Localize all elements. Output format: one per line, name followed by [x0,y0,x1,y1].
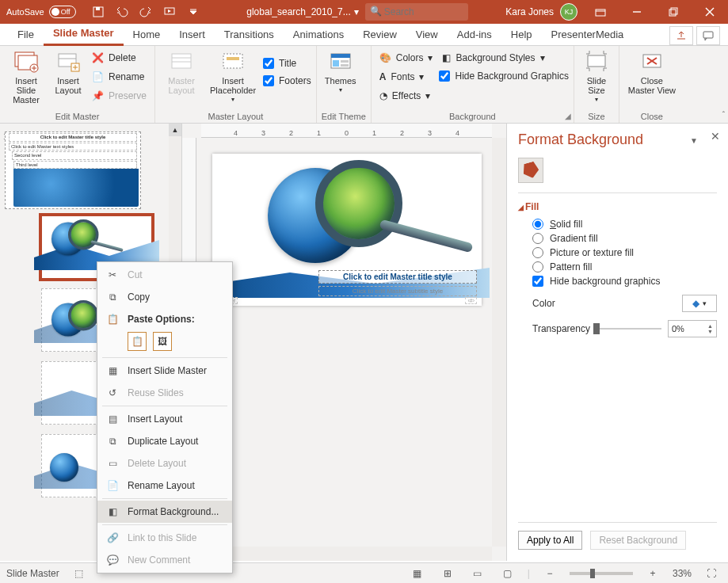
menu-copy[interactable]: ⧉Copy [97,286,232,308]
accessibility-icon[interactable]: ⬚ [69,566,90,581]
undo-icon[interactable] [111,2,133,22]
comments-button[interactable] [696,26,720,45]
ribbon-display-button[interactable] [582,0,619,24]
save-icon[interactable] [87,2,109,22]
menu-duplicate-layout[interactable]: ⧉Duplicate Layout [97,430,232,452]
window-restore-button[interactable] [655,0,692,24]
title-checkbox[interactable]: Title [263,55,311,71]
effects-dropdown[interactable]: ◔Effects▾ [376,87,436,105]
slide-sorter-view-icon[interactable]: ⊞ [437,566,458,581]
master-thumbnail[interactable]: Click to edit Master title style Click t… [5,131,141,209]
bg-styles-icon: ◧ [442,52,451,63]
tab-animations[interactable]: Animations [284,25,353,45]
preserve-button[interactable]: 📌Preserve [89,87,150,105]
menu-delete-layout[interactable]: ▭Delete Layout [97,452,232,474]
group-label: Edit Master [5,110,150,123]
insert-layout-button[interactable]: Insert Layout [51,48,86,97]
close-master-view-button[interactable]: Close Master View [624,48,680,97]
slideshow-icon[interactable] [158,2,181,22]
reading-view-icon[interactable]: ▭ [467,566,488,581]
slide-number-placeholder[interactable]: ‹#› [465,297,477,304]
color-picker-button[interactable]: ◆▾ [682,295,717,312]
zoom-in-icon[interactable]: + [642,566,663,581]
autosave-label: AutoSave [6,7,44,17]
zoom-out-icon[interactable]: − [539,566,560,581]
fit-to-window-icon[interactable]: ⛶ [701,566,722,581]
menu-format-background[interactable]: ◧Format Background... [97,501,232,523]
fonts-icon: A [379,71,387,82]
footers-checkbox[interactable]: Footers [263,73,311,89]
tab-addins[interactable]: Add-ins [448,25,501,45]
titlebar-center: global_search_2010_7... ▾ 🔍 [209,3,506,21]
tab-home[interactable]: Home [124,25,170,45]
tab-transitions[interactable]: Transitions [215,25,284,45]
group-label: Edit Theme [322,110,366,123]
paste-keep-source-formatting-icon[interactable]: 🖼 [153,332,172,351]
menu-rename-layout[interactable]: 📄Rename Layout [97,474,232,497]
themes-button[interactable]: Themes ▾ [322,48,360,96]
canvas-hscrollbar[interactable] [196,547,492,561]
pane-options-icon[interactable]: ▼ [690,136,698,145]
zoom-slider[interactable] [570,572,633,575]
insert-slide-master-button[interactable]: Insert Slide Master [5,48,48,106]
hide-bg-checkbox[interactable]: Hide Background Graphics [439,68,568,84]
slide-canvas[interactable]: Click to edit Master title style Click t… [212,154,482,306]
menu-link-to-this-slide[interactable]: 🔗Link to this Slide [97,527,232,549]
subtitle-placeholder[interactable]: Click to edit Master subtitle style [318,286,477,296]
menu-insert-slide-master[interactable]: ▦Insert Slide Master [97,360,232,382]
canvas-vscrollbar[interactable] [492,138,506,547]
slide-size-button[interactable]: Slide Size ▾ [579,48,614,105]
dialog-launcher-icon[interactable]: ◢ [565,112,571,120]
background-styles-dropdown[interactable]: ◧Background Styles▾ [439,49,568,67]
apply-to-all-button[interactable]: Apply to All [518,531,582,550]
normal-view-icon[interactable]: ▦ [407,566,428,581]
svg-rect-29 [341,60,349,63]
collapse-ribbon-icon[interactable]: ˆ [722,111,725,120]
menu-new-comment[interactable]: 💬New Comment [97,549,232,571]
toggle-switch[interactable]: Off [49,6,76,18]
tab-view[interactable]: View [406,25,448,45]
rename-button[interactable]: 📄Rename [89,68,150,86]
scroll-up-icon[interactable]: ▲ [169,124,181,136]
tab-help[interactable]: Help [501,25,542,45]
tab-presentermedia[interactable]: PresenterMedia [542,25,634,45]
redo-icon[interactable] [135,2,157,22]
delete-button[interactable]: ❌Delete [89,49,150,67]
menu-reuse-slides[interactable]: ↺Reuse Slides [97,382,232,404]
slideshow-view-icon[interactable]: ▢ [497,566,518,581]
tab-review[interactable]: Review [353,25,406,45]
share-button[interactable] [669,26,693,45]
fill-section-header[interactable]: Fill [518,201,717,212]
gradient-fill-radio[interactable]: Gradient fill [532,233,717,244]
qat-customize-icon[interactable] [182,2,204,22]
chevron-down-icon: ▾ [231,97,234,104]
svg-rect-21 [172,54,191,68]
transparency-spinner[interactable]: 0%▲▼ [668,320,717,337]
window-close-button[interactable] [692,0,728,24]
color-label: Color [532,298,555,309]
document-title[interactable]: global_search_2010_7... ▾ [246,6,358,17]
menu-insert-layout[interactable]: ▤Insert Layout [97,408,232,430]
colors-dropdown[interactable]: 🎨Colors▾ [376,49,436,67]
tab-file[interactable]: File [8,25,44,45]
menu-cut[interactable]: ✂Cut [97,264,232,286]
fonts-dropdown[interactable]: AFonts▾ [376,68,436,86]
picture-fill-radio[interactable]: Picture or texture fill [532,247,717,258]
tab-slide-master[interactable]: Slide Master [44,24,124,46]
paste-use-destination-theme-icon[interactable]: 📋 [128,332,147,351]
pane-close-icon[interactable]: ✕ [711,130,720,143]
fill-tab-icon[interactable] [518,158,543,183]
insert-placeholder-button[interactable]: Insert Placeholder ▾ [206,48,260,105]
autosave-toggle[interactable]: AutoSave Off [0,6,82,18]
user-avatar[interactable]: KJ [560,3,577,21]
title-placeholder[interactable]: Click to edit Master title style [318,270,477,284]
tab-insert[interactable]: Insert [170,25,215,45]
solid-fill-radio[interactable]: Solid fill [532,219,717,230]
transparency-slider[interactable] [593,328,661,330]
delete-icon: ❌ [92,52,104,63]
window-minimize-button[interactable] [619,0,655,24]
hide-bg-checkbox[interactable]: Hide background graphics [532,276,717,287]
pattern-fill-radio[interactable]: Pattern fill [532,261,717,272]
zoom-level[interactable]: 33% [673,568,692,579]
user-area[interactable]: Kara Jones KJ [505,3,582,21]
